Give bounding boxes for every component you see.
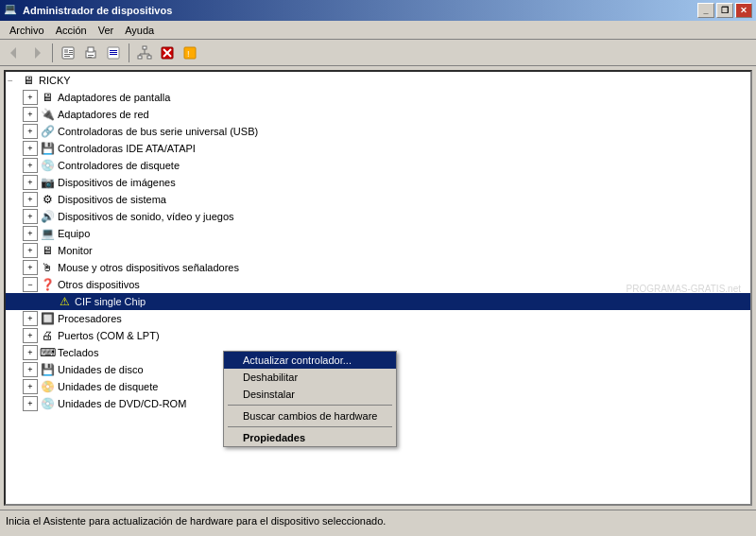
scan-hardware-button[interactable]: ! <box>180 43 200 63</box>
svg-rect-9 <box>88 47 94 52</box>
menu-accion[interactable]: Acción <box>50 23 93 38</box>
scan-button[interactable] <box>103 43 124 63</box>
close-button[interactable]: ✕ <box>735 3 752 18</box>
minimize-button[interactable]: _ <box>697 3 714 18</box>
svg-rect-18 <box>147 56 151 59</box>
ide-icon: 💾 <box>40 141 55 156</box>
forward-button[interactable] <box>26 43 47 63</box>
title-bar: 💻 Administrador de dispositivos _ ❐ ✕ <box>0 0 756 21</box>
tree-item-monitor[interactable]: + 🖥 Monitor <box>6 242 750 259</box>
tree-item-usb[interactable]: + 🔗 Controladoras de bus serie universal… <box>6 123 750 140</box>
display-adapter-icon: 🖥 <box>40 90 55 105</box>
expand-dvd[interactable]: + <box>23 396 38 411</box>
keyboard-icon: ⌨ <box>40 345 55 360</box>
menu-ver[interactable]: Ver <box>93 23 120 38</box>
usb-icon: 🔗 <box>40 124 55 139</box>
svg-rect-15 <box>110 54 117 55</box>
network-button[interactable] <box>134 43 155 63</box>
svg-rect-4 <box>69 50 73 51</box>
mouse-label: Mouse y otros dispositivos señaladores <box>58 262 239 273</box>
tree-item-ide[interactable]: + 💾 Controladoras IDE ATA/ATAPI <box>6 140 750 157</box>
ctx-actualizar[interactable]: Actualizar controlador... <box>224 352 396 369</box>
tree-item-adaptadores-pantalla[interactable]: + 🖥 Adaptadores de pantalla <box>6 89 750 106</box>
ctx-desinstalar[interactable]: Desinstalar <box>224 386 396 403</box>
ctx-separator-2 <box>228 426 392 427</box>
expand-procesadores[interactable]: + <box>23 311 38 326</box>
svg-rect-17 <box>138 56 142 59</box>
tree-item-sonido[interactable]: + 🔊 Dispositivos de sonido, vídeo y jueg… <box>6 208 750 225</box>
svg-marker-0 <box>10 47 16 59</box>
print-button[interactable] <box>80 43 101 63</box>
tree-item-imagenes[interactable]: + 📷 Dispositivos de imágenes <box>6 174 750 191</box>
svg-rect-16 <box>143 46 146 49</box>
expand-disco[interactable]: + <box>23 362 38 377</box>
expand-monitor[interactable]: + <box>23 243 38 258</box>
otros-label: Otros dispositivos <box>58 279 140 290</box>
uninstall-button[interactable] <box>157 43 178 63</box>
expand-puertos[interactable]: + <box>23 328 38 343</box>
expand-disquete[interactable]: + <box>23 379 38 394</box>
tree-item-adaptadores-red[interactable]: + 🔌 Adaptadores de red <box>6 106 750 123</box>
expand-otros[interactable]: − <box>23 277 38 292</box>
status-bar: Inicia el Asistente para actualización d… <box>0 510 756 530</box>
device-tree-panel: − 🖥 RICKY + 🖥 Adaptadores de pantalla + … <box>4 70 752 506</box>
floppy-icon: 📀 <box>40 379 55 394</box>
processor-icon: 🔲 <box>40 311 55 326</box>
ctx-deshabilitar[interactable]: Deshabilitar <box>224 369 396 386</box>
disquete-label: Unidades de disquete <box>58 381 158 392</box>
expand-equipo[interactable]: + <box>23 226 38 241</box>
svg-rect-3 <box>64 49 68 53</box>
svg-text:!: ! <box>187 49 190 59</box>
tree-item-equipo[interactable]: + 💻 Equipo <box>6 225 750 242</box>
tree-item-cif-chip[interactable]: ⚠ CIF single Chip <box>6 293 750 310</box>
expand-adaptadores-pantalla[interactable]: + <box>23 90 38 105</box>
expand-ide[interactable]: + <box>23 141 38 156</box>
menu-ayuda[interactable]: Ayuda <box>119 23 160 38</box>
tree-item-procesadores[interactable]: + 🔲 Procesadores <box>6 310 750 327</box>
sistema-label: Dispositivos de sistema <box>58 194 166 205</box>
tree-item-puertos[interactable]: + 🖨 Puertos (COM & LPT) <box>6 327 750 344</box>
expand-mouse[interactable]: + <box>23 260 38 275</box>
svg-rect-10 <box>88 55 94 56</box>
restore-button[interactable]: ❐ <box>716 3 733 18</box>
expand-sonido[interactable]: + <box>23 209 38 224</box>
adaptadores-red-label: Adaptadores de red <box>58 109 149 120</box>
svg-rect-11 <box>88 57 92 58</box>
puertos-label: Puertos (COM & LPT) <box>58 330 160 341</box>
floppy-ctrl-icon: 💿 <box>40 158 55 173</box>
imaging-icon: 📷 <box>40 175 55 190</box>
expand-teclados[interactable]: + <box>23 345 38 360</box>
ctx-buscar-cambios[interactable]: Buscar cambios de hardware <box>224 407 396 424</box>
tree-item-disquete-ctrl[interactable]: + 💿 Controladores de disquete <box>6 157 750 174</box>
status-text: Inicia el Asistente para actualización d… <box>6 515 386 527</box>
other-devices-icon: ❓ <box>40 277 55 292</box>
svg-rect-13 <box>110 50 117 51</box>
tree-item-otros[interactable]: − ❓ Otros dispositivos <box>6 276 750 293</box>
tree-item-mouse[interactable]: + 🖱 Mouse y otros dispositivos señalador… <box>6 259 750 276</box>
expand-imagenes[interactable]: + <box>23 175 38 190</box>
window-title: Administrador de dispositivos <box>23 5 172 16</box>
sonido-label: Dispositivos de sonido, vídeo y juegos <box>58 211 234 222</box>
toolbar-separator-1 <box>52 43 53 62</box>
sound-icon: 🔊 <box>40 209 55 224</box>
expand-disquete-ctrl[interactable]: + <box>23 158 38 173</box>
toolbar-separator-2 <box>129 43 129 62</box>
ctx-propiedades[interactable]: Propiedades <box>224 429 396 446</box>
properties-button[interactable] <box>58 43 78 63</box>
tree-item-sistema[interactable]: + ⚙ Dispositivos de sistema <box>6 191 750 208</box>
svg-rect-7 <box>64 56 70 57</box>
expand-adaptadores-red[interactable]: + <box>23 107 38 122</box>
tree-root[interactable]: − 🖥 RICKY <box>6 72 750 89</box>
menu-archivo[interactable]: Archivo <box>4 23 50 38</box>
adaptadores-pantalla-label: Adaptadores de pantalla <box>58 92 170 103</box>
usb-label: Controladoras de bus serie universal (US… <box>58 126 258 137</box>
back-button[interactable] <box>4 43 25 63</box>
context-menu: Actualizar controlador... Deshabilitar D… <box>223 351 397 447</box>
expand-usb[interactable]: + <box>23 124 38 139</box>
expand-sistema[interactable]: + <box>23 192 38 207</box>
cif-chip-label: CIF single Chip <box>75 296 146 307</box>
teclados-label: Teclados <box>58 347 98 358</box>
ide-label: Controladoras IDE ATA/ATAPI <box>58 143 196 154</box>
computer-icon: 🖥 <box>21 73 36 88</box>
mouse-icon: 🖱 <box>40 260 55 275</box>
